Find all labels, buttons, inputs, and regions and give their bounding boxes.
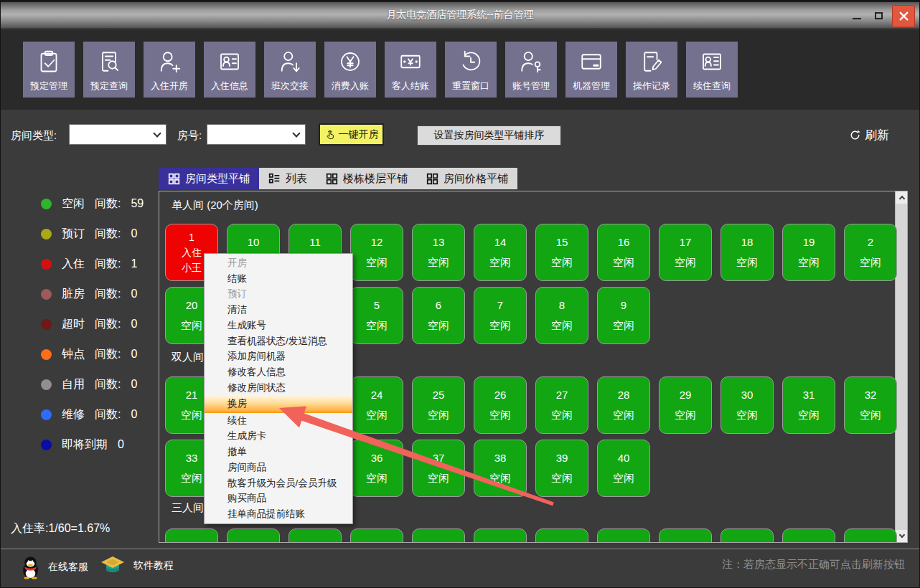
room-tile-27[interactable]: 27空闲 — [535, 376, 588, 434]
section-header: 三人间 — [172, 501, 204, 515]
toolbar-button-账号管理[interactable]: 账号管理 — [505, 42, 557, 98]
room-tile-blank[interactable] — [474, 528, 527, 543]
room-tile-30[interactable]: 30空闲 — [720, 376, 774, 434]
tab-楼栋楼层平铺[interactable]: 楼栋楼层平铺 — [316, 168, 417, 189]
room-tile-40[interactable]: 40空闲 — [597, 440, 650, 497]
menu-item-清洁[interactable]: 清洁 — [205, 302, 352, 318]
toolbar-button-机器管理[interactable]: 机器管理 — [565, 42, 617, 98]
online-service-link[interactable]: 在线客服 — [21, 555, 88, 579]
menu-item-挂单商品提前结账[interactable]: 挂单商品提前结账 — [205, 506, 352, 522]
room-tile-38[interactable]: 38空闲 — [474, 440, 527, 497]
menu-item-生成房卡[interactable]: 生成房卡 — [205, 428, 352, 444]
room-number: 17 — [680, 232, 692, 252]
room-tile-29[interactable]: 29空闲 — [659, 376, 712, 434]
menu-item-换房[interactable]: 换房 — [205, 396, 352, 413]
menu-item-修改客人信息[interactable]: 修改客人信息 — [205, 364, 352, 380]
room-tile-9[interactable]: 9空闲 — [597, 287, 650, 344]
room-tile-15[interactable]: 15空闲 — [535, 224, 588, 281]
room-tile-25[interactable]: 25空闲 — [412, 376, 465, 434]
menu-item-label: 换房 — [227, 397, 247, 410]
room-tile-19[interactable]: 19空闲 — [782, 224, 835, 281]
menu-item-房间商品[interactable]: 房间商品 — [205, 460, 352, 475]
toolbar-button-预定管理[interactable]: 预定管理 — [23, 42, 75, 98]
legend-label: 空闲 — [62, 196, 85, 212]
scroll-down-icon[interactable] — [896, 530, 908, 542]
toolbar-button-客人结账[interactable]: 客人结账 — [385, 42, 436, 98]
room-tile-16[interactable]: 16空闲 — [597, 224, 650, 281]
sort-button[interactable]: 设置按房间类型平铺排序 — [417, 125, 561, 146]
toolbar-button-续住查询[interactable]: 续住查询 — [686, 42, 738, 98]
menu-item-散客升级为会员/会员升级[interactable]: 散客升级为会员/会员升级 — [205, 475, 352, 491]
room-tile-36[interactable]: 36空闲 — [350, 440, 403, 497]
room-tile-blank[interactable] — [288, 528, 342, 543]
room-tile-blank[interactable] — [535, 528, 588, 543]
room-tile-blank[interactable] — [227, 528, 280, 543]
room-tile-37[interactable]: 37空闲 — [412, 440, 465, 497]
room-tile-26[interactable]: 26空闲 — [474, 376, 527, 434]
toolbar-button-重置窗口[interactable]: 重置窗口 — [445, 42, 497, 98]
close-button[interactable] — [892, 5, 915, 27]
room-guest: 小王 — [182, 260, 202, 275]
room-tile-blank[interactable] — [412, 528, 465, 543]
menu-item-购买商品[interactable]: 购买商品 — [205, 490, 352, 506]
quick-open-button[interactable]: 一键开房 — [319, 123, 384, 146]
room-status: 空闲 — [613, 316, 634, 336]
room-tile-8[interactable]: 8空闲 — [535, 287, 588, 344]
room-tile-5[interactable]: 5空闲 — [350, 287, 403, 344]
room-tile-blank[interactable] — [659, 528, 712, 543]
refresh-label: 刷新 — [865, 127, 889, 143]
tutorial-link[interactable]: 软件教程 — [100, 555, 174, 577]
tab-房间价格平铺[interactable]: 房间价格平铺 — [417, 168, 517, 189]
room-tile-17[interactable]: 17空闲 — [659, 224, 712, 281]
room-tile-blank[interactable] — [165, 528, 218, 543]
toolbar-button-班次交接[interactable]: 班次交接 — [264, 42, 316, 98]
room-tile-2[interactable]: 2空闲 — [844, 224, 897, 281]
menu-item-查看机器状态/发送消息[interactable]: 查看机器状态/发送消息 — [205, 333, 352, 349]
room-tile-blank[interactable] — [844, 528, 897, 543]
room-number: 1 — [189, 230, 194, 245]
room-number: 18 — [741, 232, 754, 252]
tab-列表[interactable]: 列表 — [259, 168, 316, 189]
room-tile-blank[interactable] — [720, 528, 774, 543]
room-tile-28[interactable]: 28空闲 — [597, 376, 650, 434]
toolbar-button-入住开房[interactable]: 入住开房 — [144, 42, 195, 98]
maximize-icon — [875, 12, 883, 19]
maximize-button[interactable] — [868, 5, 889, 27]
room-tile-blank[interactable] — [350, 528, 403, 543]
room-type-select[interactable] — [69, 124, 166, 145]
menu-item-生成账号[interactable]: 生成账号 — [205, 318, 352, 333]
toolbar-button-消费入账[interactable]: 消费入账 — [324, 42, 376, 98]
room-no-select[interactable] — [207, 124, 306, 145]
edit-doc-icon — [638, 48, 665, 75]
toolbar-button-操作记录[interactable]: 操作记录 — [626, 42, 677, 98]
menu-item-添加房间机器[interactable]: 添加房间机器 — [205, 349, 352, 365]
toolbar-button-label: 入住开房 — [151, 80, 188, 93]
menu-item-续住[interactable]: 续住 — [205, 413, 352, 429]
room-number: 12 — [371, 232, 383, 252]
room-tile-18[interactable]: 18空闲 — [720, 224, 774, 281]
tab-房间类型平铺[interactable]: 房间类型平铺 — [159, 168, 259, 189]
room-tile-12[interactable]: 12空闲 — [350, 224, 403, 281]
menu-item-撤单[interactable]: 撤单 — [205, 444, 352, 460]
status-dot — [41, 229, 52, 240]
refresh-button[interactable]: 刷新 — [849, 127, 889, 143]
room-status: 空闲 — [675, 252, 696, 272]
room-tile-6[interactable]: 6空闲 — [412, 287, 465, 344]
toolbar-button-入住信息[interactable]: 入住信息 — [204, 42, 255, 98]
room-tile-blank[interactable] — [782, 528, 835, 543]
room-tile-39[interactable]: 39空闲 — [535, 440, 588, 497]
room-tile-13[interactable]: 13空闲 — [412, 224, 465, 281]
minimize-button[interactable] — [846, 5, 868, 27]
room-tile-14[interactable]: 14空闲 — [474, 224, 527, 281]
menu-item-修改房间状态[interactable]: 修改房间状态 — [205, 380, 352, 396]
room-status: 空闲 — [798, 252, 820, 272]
menu-item-结账[interactable]: 结账 — [205, 271, 352, 287]
room-tile-24[interactable]: 24空闲 — [350, 376, 403, 434]
scroll-up-icon[interactable] — [896, 191, 908, 204]
room-tile-32[interactable]: 32空闲 — [844, 376, 897, 434]
room-tile-7[interactable]: 7空闲 — [474, 287, 527, 344]
toolbar-button-预定查询[interactable]: 预定查询 — [83, 42, 135, 98]
room-tile-blank[interactable] — [597, 528, 650, 543]
room-tile-31[interactable]: 31空闲 — [782, 376, 835, 434]
legend-count-prefix: 间数: — [95, 317, 121, 332]
